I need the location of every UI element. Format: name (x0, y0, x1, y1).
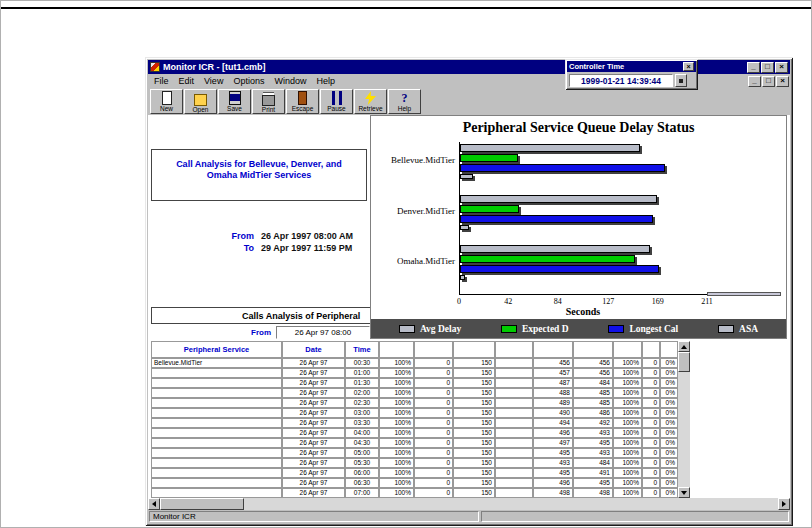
table-cell: 0 (414, 458, 453, 468)
table-cell: 456 (533, 358, 573, 368)
table-cell: 100% (613, 448, 642, 458)
controller-time-button[interactable] (675, 74, 687, 87)
page-top-rule (1, 7, 812, 9)
table-cell (495, 388, 533, 398)
chart-legend: Avg DelayExpected DLongest CalASA (371, 319, 786, 338)
save-button[interactable]: Save (218, 89, 251, 114)
table-cell: 100% (379, 418, 414, 428)
table-row: 26 Apr 9706:30100%0150496495100%00% (151, 478, 678, 488)
table-cell: 100% (379, 408, 414, 418)
mdi-close-button[interactable]: × (776, 76, 789, 87)
grid-header-cell (495, 341, 533, 358)
print-button[interactable]: Print (252, 89, 285, 114)
table-cell: 05:30 (345, 458, 379, 468)
mdi-minimize-button[interactable]: _ (748, 76, 761, 87)
table-cell: 150 (453, 368, 495, 378)
toolbar-button-label: New (160, 105, 173, 112)
horizontal-scroll-thumb[interactable] (160, 498, 244, 510)
table-cell: 100% (379, 448, 414, 458)
table-cell: 0 (642, 368, 660, 378)
table-cell: 0% (660, 368, 678, 378)
pause-button[interactable]: Pause (320, 89, 353, 114)
menu-item-edit[interactable]: Edit (174, 75, 200, 87)
category-label: Bellevue.MidTier (371, 155, 455, 165)
menu-item-help[interactable]: Help (311, 75, 340, 87)
minimize-button[interactable]: _ (747, 62, 760, 73)
table-cell (495, 468, 533, 478)
grid-header: Peripheral ServiceDateTime (151, 341, 678, 358)
table-row: 26 Apr 9706:00100%0150495491100%00% (151, 468, 678, 478)
table-cell: 498 (573, 488, 613, 498)
table-from-field[interactable]: 26 Apr 97 08:00 (276, 326, 370, 339)
controller-time-body: 1999-01-21 14:39:44 (567, 73, 696, 88)
scroll-left-button[interactable] (148, 498, 160, 510)
table-cell: 150 (453, 468, 495, 478)
bar-asa (460, 174, 473, 179)
table-cell (495, 488, 533, 498)
menu-item-view[interactable]: View (199, 75, 228, 87)
table-cell: 100% (613, 488, 642, 498)
table-cell: 26 Apr 97 (282, 398, 345, 408)
menu-item-file[interactable]: File (149, 75, 174, 87)
menu-item-options[interactable]: Options (228, 75, 269, 87)
table-cell: 0 (414, 478, 453, 488)
table-row: 26 Apr 9701:30100%0150487484100%00% (151, 378, 678, 388)
close-button[interactable]: × (775, 62, 788, 73)
table-cell: 0% (660, 388, 678, 398)
scroll-down-button[interactable] (678, 487, 690, 498)
chart-plot: Seconds Bellevue.MidTierDenver.MidTierOm… (371, 116, 786, 338)
x-tick-label: 127 (596, 297, 620, 306)
table-cell: 150 (453, 408, 495, 418)
table-cell: 484 (573, 378, 613, 388)
scroll-right-button[interactable] (778, 498, 790, 510)
table-cell: 150 (453, 478, 495, 488)
table-cell: 100% (379, 388, 414, 398)
controller-time-close-button[interactable]: × (683, 62, 694, 71)
retrieve-button[interactable]: Retrieve (354, 89, 387, 114)
summary-line-2: Omaha MidTier Services (152, 170, 366, 181)
horizontal-scrollbar[interactable] (148, 498, 790, 510)
scroll-up-button[interactable] (678, 341, 690, 352)
grid-vertical-scrollbar[interactable] (678, 341, 690, 498)
table-cell: 0 (642, 488, 660, 498)
table-cell: 150 (453, 428, 495, 438)
mdi-restore-button[interactable]: □ (762, 76, 775, 87)
table-cell: 495 (573, 478, 613, 488)
scroll-thumb[interactable] (678, 352, 690, 372)
down-arrow-icon (681, 491, 687, 495)
maximize-button[interactable]: □ (761, 62, 774, 73)
table-cell: 0 (642, 358, 660, 368)
table-cell: 100% (379, 468, 414, 478)
controller-time-window: Controller Time × 1999-01-21 14:39:44 (565, 59, 698, 90)
table-cell: 0 (642, 428, 660, 438)
table-cell: 0 (642, 408, 660, 418)
table-cell: 486 (573, 408, 613, 418)
table-cell: 0 (414, 388, 453, 398)
table-cell: 0% (660, 488, 678, 498)
table-cell: 488 (533, 388, 573, 398)
grid-header-cell: Time (345, 341, 379, 358)
new-button[interactable]: New (150, 89, 183, 114)
table-cell: 04:00 (345, 428, 379, 438)
table-cell: 02:00 (345, 388, 379, 398)
escape-door-icon (298, 91, 307, 105)
toolbar-button-label: Escape (292, 105, 314, 112)
open-button[interactable]: Open (184, 89, 217, 114)
table-cell: 0 (414, 438, 453, 448)
menu-item-window[interactable]: Window (269, 75, 311, 87)
table-cell: 0 (414, 368, 453, 378)
table-cell: 150 (453, 488, 495, 498)
table-cell: 0 (642, 398, 660, 408)
table-cell: 0 (642, 478, 660, 488)
escape-button[interactable]: Escape (286, 89, 319, 114)
help-button[interactable]: ?Help (388, 89, 421, 114)
table-cell: 100% (613, 398, 642, 408)
table-from-row: From 26 Apr 97 08:00 (151, 324, 370, 340)
table-cell: 100% (613, 388, 642, 398)
app-window: Monitor ICR - [tut1.cmb] _ □ × FileEditV… (145, 57, 793, 526)
app-icon (150, 62, 160, 72)
table-row: Bellevue.MidTier26 Apr 9700:30100%015045… (151, 358, 678, 368)
open-folder-icon (194, 94, 207, 106)
table-cell: 0% (660, 448, 678, 458)
table-row: 26 Apr 9704:00100%0150496493100%00% (151, 428, 678, 438)
